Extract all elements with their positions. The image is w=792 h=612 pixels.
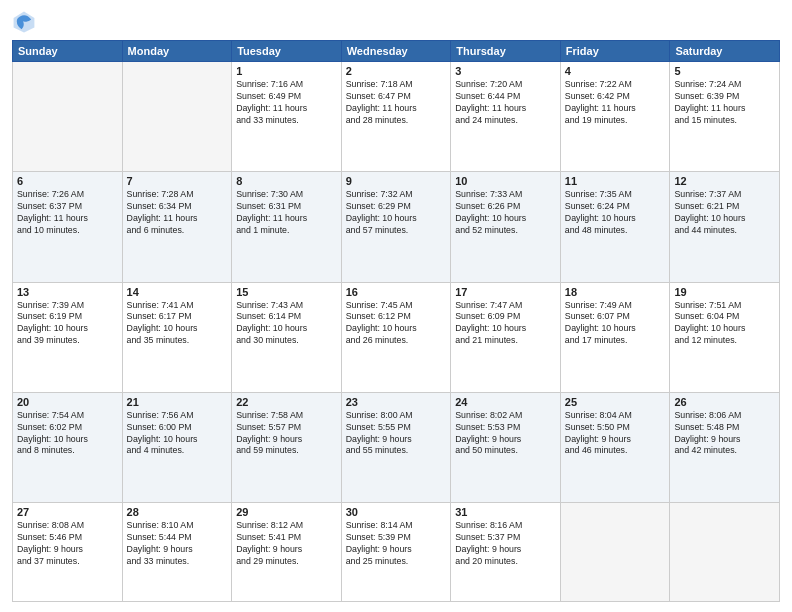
weekday-header-row: SundayMondayTuesdayWednesdayThursdayFrid…	[13, 41, 780, 62]
calendar-cell: 10Sunrise: 7:33 AM Sunset: 6:26 PM Dayli…	[451, 172, 561, 282]
day-info: Sunrise: 8:08 AM Sunset: 5:46 PM Dayligh…	[17, 520, 118, 568]
day-info: Sunrise: 7:54 AM Sunset: 6:02 PM Dayligh…	[17, 410, 118, 458]
calendar-cell: 27Sunrise: 8:08 AM Sunset: 5:46 PM Dayli…	[13, 503, 123, 602]
day-number: 23	[346, 396, 447, 408]
calendar-cell: 12Sunrise: 7:37 AM Sunset: 6:21 PM Dayli…	[670, 172, 780, 282]
day-number: 28	[127, 506, 228, 518]
day-info: Sunrise: 7:56 AM Sunset: 6:00 PM Dayligh…	[127, 410, 228, 458]
calendar-week-row: 13Sunrise: 7:39 AM Sunset: 6:19 PM Dayli…	[13, 282, 780, 392]
day-info: Sunrise: 8:14 AM Sunset: 5:39 PM Dayligh…	[346, 520, 447, 568]
calendar-table: SundayMondayTuesdayWednesdayThursdayFrid…	[12, 40, 780, 602]
day-number: 21	[127, 396, 228, 408]
day-info: Sunrise: 8:06 AM Sunset: 5:48 PM Dayligh…	[674, 410, 775, 458]
day-info: Sunrise: 8:16 AM Sunset: 5:37 PM Dayligh…	[455, 520, 556, 568]
day-number: 20	[17, 396, 118, 408]
day-info: Sunrise: 8:10 AM Sunset: 5:44 PM Dayligh…	[127, 520, 228, 568]
calendar-cell	[122, 62, 232, 172]
calendar-week-row: 20Sunrise: 7:54 AM Sunset: 6:02 PM Dayli…	[13, 392, 780, 502]
day-number: 24	[455, 396, 556, 408]
calendar-cell	[13, 62, 123, 172]
day-info: Sunrise: 7:47 AM Sunset: 6:09 PM Dayligh…	[455, 300, 556, 348]
svg-marker-0	[14, 12, 35, 33]
day-info: Sunrise: 7:39 AM Sunset: 6:19 PM Dayligh…	[17, 300, 118, 348]
day-info: Sunrise: 8:00 AM Sunset: 5:55 PM Dayligh…	[346, 410, 447, 458]
calendar-cell: 29Sunrise: 8:12 AM Sunset: 5:41 PM Dayli…	[232, 503, 342, 602]
day-number: 9	[346, 175, 447, 187]
day-number: 26	[674, 396, 775, 408]
logo	[12, 10, 38, 34]
calendar-cell: 2Sunrise: 7:18 AM Sunset: 6:47 PM Daylig…	[341, 62, 451, 172]
day-number: 27	[17, 506, 118, 518]
weekday-header-monday: Monday	[122, 41, 232, 62]
day-info: Sunrise: 7:16 AM Sunset: 6:49 PM Dayligh…	[236, 79, 337, 127]
weekday-header-saturday: Saturday	[670, 41, 780, 62]
calendar-cell: 31Sunrise: 8:16 AM Sunset: 5:37 PM Dayli…	[451, 503, 561, 602]
day-info: Sunrise: 7:43 AM Sunset: 6:14 PM Dayligh…	[236, 300, 337, 348]
day-info: Sunrise: 7:49 AM Sunset: 6:07 PM Dayligh…	[565, 300, 666, 348]
calendar-cell	[670, 503, 780, 602]
calendar-cell: 8Sunrise: 7:30 AM Sunset: 6:31 PM Daylig…	[232, 172, 342, 282]
day-number: 16	[346, 286, 447, 298]
calendar-cell: 22Sunrise: 7:58 AM Sunset: 5:57 PM Dayli…	[232, 392, 342, 502]
calendar-cell: 30Sunrise: 8:14 AM Sunset: 5:39 PM Dayli…	[341, 503, 451, 602]
weekday-header-friday: Friday	[560, 41, 670, 62]
calendar-cell: 13Sunrise: 7:39 AM Sunset: 6:19 PM Dayli…	[13, 282, 123, 392]
calendar-cell: 20Sunrise: 7:54 AM Sunset: 6:02 PM Dayli…	[13, 392, 123, 502]
calendar-cell: 11Sunrise: 7:35 AM Sunset: 6:24 PM Dayli…	[560, 172, 670, 282]
day-number: 7	[127, 175, 228, 187]
day-number: 14	[127, 286, 228, 298]
day-number: 8	[236, 175, 337, 187]
day-info: Sunrise: 7:33 AM Sunset: 6:26 PM Dayligh…	[455, 189, 556, 237]
day-info: Sunrise: 7:28 AM Sunset: 6:34 PM Dayligh…	[127, 189, 228, 237]
day-number: 30	[346, 506, 447, 518]
logo-icon	[12, 10, 36, 34]
calendar-cell	[560, 503, 670, 602]
day-number: 6	[17, 175, 118, 187]
weekday-header-wednesday: Wednesday	[341, 41, 451, 62]
day-info: Sunrise: 7:37 AM Sunset: 6:21 PM Dayligh…	[674, 189, 775, 237]
calendar-cell: 6Sunrise: 7:26 AM Sunset: 6:37 PM Daylig…	[13, 172, 123, 282]
calendar-cell: 5Sunrise: 7:24 AM Sunset: 6:39 PM Daylig…	[670, 62, 780, 172]
calendar-cell: 19Sunrise: 7:51 AM Sunset: 6:04 PM Dayli…	[670, 282, 780, 392]
day-number: 2	[346, 65, 447, 77]
day-number: 17	[455, 286, 556, 298]
calendar-cell: 1Sunrise: 7:16 AM Sunset: 6:49 PM Daylig…	[232, 62, 342, 172]
day-info: Sunrise: 7:18 AM Sunset: 6:47 PM Dayligh…	[346, 79, 447, 127]
day-number: 15	[236, 286, 337, 298]
day-info: Sunrise: 8:04 AM Sunset: 5:50 PM Dayligh…	[565, 410, 666, 458]
day-number: 11	[565, 175, 666, 187]
day-info: Sunrise: 7:26 AM Sunset: 6:37 PM Dayligh…	[17, 189, 118, 237]
day-number: 13	[17, 286, 118, 298]
calendar-cell: 7Sunrise: 7:28 AM Sunset: 6:34 PM Daylig…	[122, 172, 232, 282]
calendar-cell: 9Sunrise: 7:32 AM Sunset: 6:29 PM Daylig…	[341, 172, 451, 282]
day-info: Sunrise: 7:30 AM Sunset: 6:31 PM Dayligh…	[236, 189, 337, 237]
day-number: 1	[236, 65, 337, 77]
calendar-cell: 18Sunrise: 7:49 AM Sunset: 6:07 PM Dayli…	[560, 282, 670, 392]
calendar-cell: 28Sunrise: 8:10 AM Sunset: 5:44 PM Dayli…	[122, 503, 232, 602]
calendar-cell: 4Sunrise: 7:22 AM Sunset: 6:42 PM Daylig…	[560, 62, 670, 172]
calendar-week-row: 1Sunrise: 7:16 AM Sunset: 6:49 PM Daylig…	[13, 62, 780, 172]
day-info: Sunrise: 7:45 AM Sunset: 6:12 PM Dayligh…	[346, 300, 447, 348]
day-number: 5	[674, 65, 775, 77]
header	[12, 10, 780, 34]
calendar-cell: 14Sunrise: 7:41 AM Sunset: 6:17 PM Dayli…	[122, 282, 232, 392]
day-info: Sunrise: 7:41 AM Sunset: 6:17 PM Dayligh…	[127, 300, 228, 348]
calendar-cell: 16Sunrise: 7:45 AM Sunset: 6:12 PM Dayli…	[341, 282, 451, 392]
day-number: 18	[565, 286, 666, 298]
day-number: 25	[565, 396, 666, 408]
day-info: Sunrise: 7:20 AM Sunset: 6:44 PM Dayligh…	[455, 79, 556, 127]
calendar-cell: 23Sunrise: 8:00 AM Sunset: 5:55 PM Dayli…	[341, 392, 451, 502]
calendar-cell: 3Sunrise: 7:20 AM Sunset: 6:44 PM Daylig…	[451, 62, 561, 172]
day-info: Sunrise: 7:51 AM Sunset: 6:04 PM Dayligh…	[674, 300, 775, 348]
calendar-cell: 15Sunrise: 7:43 AM Sunset: 6:14 PM Dayli…	[232, 282, 342, 392]
day-info: Sunrise: 7:35 AM Sunset: 6:24 PM Dayligh…	[565, 189, 666, 237]
calendar-week-row: 6Sunrise: 7:26 AM Sunset: 6:37 PM Daylig…	[13, 172, 780, 282]
day-number: 29	[236, 506, 337, 518]
day-info: Sunrise: 7:32 AM Sunset: 6:29 PM Dayligh…	[346, 189, 447, 237]
day-number: 10	[455, 175, 556, 187]
page: SundayMondayTuesdayWednesdayThursdayFrid…	[0, 0, 792, 612]
calendar-cell: 24Sunrise: 8:02 AM Sunset: 5:53 PM Dayli…	[451, 392, 561, 502]
calendar-cell: 25Sunrise: 8:04 AM Sunset: 5:50 PM Dayli…	[560, 392, 670, 502]
weekday-header-thursday: Thursday	[451, 41, 561, 62]
day-number: 22	[236, 396, 337, 408]
